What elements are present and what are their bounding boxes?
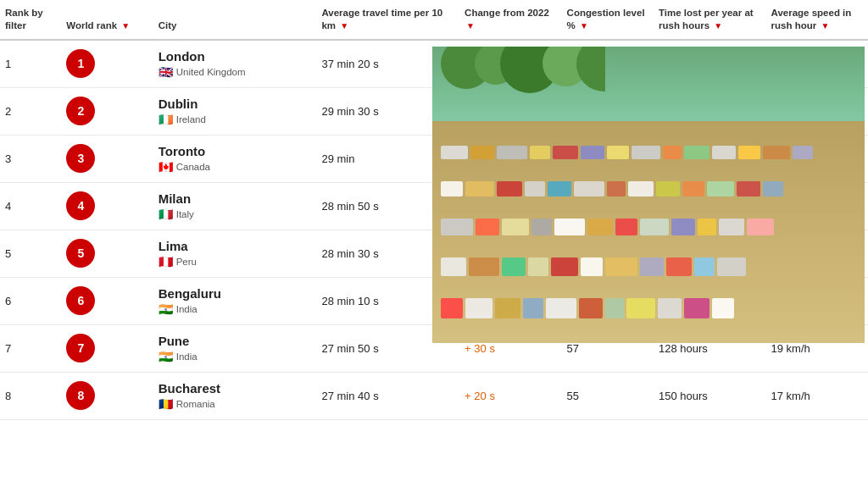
city-cell: London 🇬🇧 United Kingdom bbox=[153, 40, 317, 88]
country-info: 🇮🇪 Ireland bbox=[159, 113, 312, 126]
world-rank-cell: 1 bbox=[61, 40, 153, 88]
rank-badge: 8 bbox=[66, 381, 95, 410]
country-info: 🇷🇴 Romania bbox=[159, 397, 312, 411]
world-rank-cell: 2 bbox=[61, 87, 153, 135]
rank-filter-cell: 2 bbox=[0, 87, 61, 135]
country-name: Italy bbox=[176, 209, 194, 219]
country-flag: 🇮🇳 bbox=[159, 302, 173, 316]
congestion-cell: 55 bbox=[562, 372, 654, 419]
time-lost-cell: 150 hours bbox=[654, 372, 766, 419]
world-rank-cell: 7 bbox=[61, 324, 153, 372]
rank-filter-cell: 4 bbox=[0, 182, 61, 230]
city-name: Milan bbox=[159, 191, 312, 206]
country-info: 🇵🇪 Peru bbox=[159, 255, 312, 268]
country-name: Romania bbox=[176, 399, 215, 409]
city-name: Bucharest bbox=[159, 381, 312, 396]
city-name: Lima bbox=[159, 239, 312, 253]
change-cell: + 20 s bbox=[459, 372, 561, 419]
traffic-image-overlay bbox=[432, 47, 865, 343]
country-name: India bbox=[176, 351, 198, 362]
avg-speed-cell: 17 km/h bbox=[766, 372, 868, 419]
world-rank-cell: 5 bbox=[61, 230, 153, 277]
rank-filter-cell: 7 bbox=[0, 324, 61, 372]
country-info: 🇮🇳 India bbox=[159, 350, 312, 363]
sort-arrow-world-rank[interactable]: ▼ bbox=[121, 20, 130, 31]
rank-badge: 6 bbox=[66, 286, 95, 315]
rank-badge: 4 bbox=[66, 191, 95, 220]
header-city: City bbox=[153, 0, 317, 40]
change-value: + 30 s bbox=[465, 342, 495, 355]
city-cell: Milan 🇮🇹 Italy bbox=[153, 182, 317, 230]
header-time-lost: Time lost per year at rush hours ▼ bbox=[654, 0, 766, 40]
rank-filter-cell: 3 bbox=[0, 135, 61, 182]
country-flag: 🇨🇦 bbox=[159, 160, 173, 174]
country-name: Canada bbox=[176, 162, 210, 172]
city-name: Bengaluru bbox=[159, 286, 312, 301]
country-flag: 🇮🇳 bbox=[159, 350, 173, 363]
city-cell: Lima 🇵🇪 Peru bbox=[153, 230, 317, 277]
rank-badge: 3 bbox=[66, 144, 95, 173]
city-name: Dublin bbox=[159, 97, 312, 111]
sort-arrow-change[interactable]: ▼ bbox=[466, 20, 475, 31]
country-flag: 🇮🇹 bbox=[159, 208, 173, 221]
country-name: Peru bbox=[176, 257, 197, 267]
country-info: 🇬🇧 United Kingdom bbox=[159, 65, 312, 79]
change-value: + 20 s bbox=[465, 390, 495, 402]
city-cell: Bengaluru 🇮🇳 India bbox=[153, 277, 317, 324]
world-rank-cell: 6 bbox=[61, 277, 153, 324]
avg-travel-cell: 27 min 40 s bbox=[316, 372, 459, 419]
header-avg-travel: Average travel time per 10 km ▼ bbox=[316, 0, 459, 40]
rank-badge: 5 bbox=[66, 239, 95, 268]
rank-filter-cell: 8 bbox=[0, 372, 61, 419]
city-name: Pune bbox=[159, 334, 312, 348]
sort-arrow-congestion[interactable]: ▼ bbox=[580, 20, 588, 31]
table-row: 88 Bucharest 🇷🇴 Romania 27 min 40 s+ 20 … bbox=[0, 372, 868, 419]
world-rank-cell: 3 bbox=[61, 135, 153, 182]
city-cell: Bucharest 🇷🇴 Romania bbox=[153, 372, 317, 419]
country-info: 🇨🇦 Canada bbox=[159, 160, 312, 174]
main-container: Rank by filter World rank ▼ City Average… bbox=[0, 0, 868, 420]
sort-arrow-avg-travel[interactable]: ▼ bbox=[340, 20, 348, 31]
rank-badge: 7 bbox=[66, 334, 95, 362]
header-world-rank: World rank ▼ bbox=[61, 0, 153, 40]
world-rank-cell: 8 bbox=[61, 372, 153, 419]
city-cell: Dublin 🇮🇪 Ireland bbox=[153, 87, 317, 135]
rank-filter-cell: 6 bbox=[0, 277, 61, 324]
sort-arrow-time-lost[interactable]: ▼ bbox=[714, 20, 722, 31]
traffic-scene bbox=[432, 47, 865, 343]
header-avg-speed: Average speed in rush hour ▼ bbox=[766, 0, 868, 40]
header-rank-filter: Rank by filter bbox=[0, 0, 61, 40]
country-flag: 🇬🇧 bbox=[159, 65, 173, 79]
rank-badge: 1 bbox=[66, 49, 95, 78]
country-name: India bbox=[176, 304, 198, 314]
city-name: London bbox=[159, 49, 312, 64]
city-cell: Pune 🇮🇳 India bbox=[153, 324, 317, 372]
country-info: 🇮🇹 Italy bbox=[159, 208, 312, 221]
sort-arrow-avg-speed[interactable]: ▼ bbox=[821, 20, 829, 31]
world-rank-cell: 4 bbox=[61, 182, 153, 230]
rank-filter-cell: 1 bbox=[0, 40, 61, 88]
country-name: Ireland bbox=[176, 114, 206, 125]
country-name: United Kingdom bbox=[176, 67, 246, 77]
rank-badge: 2 bbox=[66, 97, 95, 125]
city-cell: Toronto 🇨🇦 Canada bbox=[153, 135, 317, 182]
country-flag: 🇮🇪 bbox=[159, 113, 173, 126]
rank-filter-cell: 5 bbox=[0, 230, 61, 277]
country-flag: 🇵🇪 bbox=[159, 255, 173, 268]
country-flag: 🇷🇴 bbox=[159, 397, 173, 411]
header-change-from: Change from 2022 ▼ bbox=[459, 0, 561, 40]
city-name: Toronto bbox=[159, 144, 312, 158]
country-info: 🇮🇳 India bbox=[159, 302, 312, 316]
header-congestion: Congestion level % ▼ bbox=[562, 0, 654, 40]
